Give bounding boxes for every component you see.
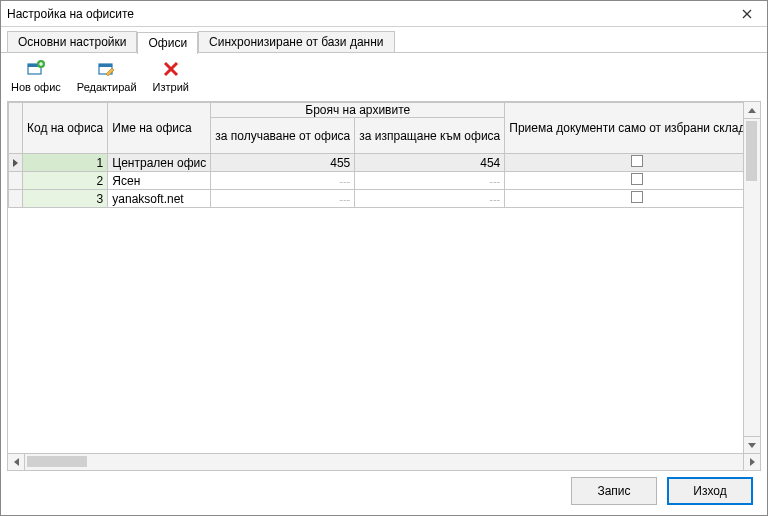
tab-sync[interactable]: Синхронизиране от бази данни (198, 31, 394, 53)
titlebar: Настройка на офисите (1, 1, 767, 27)
cell-send[interactable]: 454 (355, 154, 505, 172)
col-accept[interactable]: Приема документи само от избрани складов… (505, 103, 760, 154)
row-indicator-icon (13, 159, 18, 167)
scroll-thumb[interactable] (746, 121, 757, 181)
checkbox[interactable] (631, 191, 643, 203)
row-indicator-cell (9, 154, 23, 172)
grid-viewport: Код на офиса Име на офиса Брояч на архив… (8, 102, 760, 453)
toolbar-label: Нов офис (11, 81, 61, 93)
close-button[interactable] (733, 4, 761, 24)
grid: Код на офиса Име на офиса Брояч на архив… (7, 101, 761, 471)
col-recv[interactable]: за получаване от офиса (211, 118, 355, 154)
new-office-button[interactable]: Нов офис (11, 59, 61, 93)
chevron-down-icon (748, 443, 756, 448)
cell-recv[interactable]: --- (211, 172, 355, 190)
cell-accept[interactable] (505, 154, 760, 172)
toolbar-label: Редактирай (77, 81, 137, 93)
window: Настройка на офисите Основни настройки О… (0, 0, 768, 516)
footer: Запис Изход (1, 477, 767, 515)
chevron-right-icon (750, 458, 755, 466)
cell-recv[interactable]: 455 (211, 154, 355, 172)
tab-offices[interactable]: Офиси (137, 32, 198, 54)
vertical-scrollbar[interactable] (743, 102, 760, 453)
scroll-track[interactable] (25, 454, 743, 470)
save-button[interactable]: Запис (571, 477, 657, 505)
tab-label: Основни настройки (18, 35, 126, 49)
delete-icon (161, 59, 181, 79)
row-indicator-cell (9, 172, 23, 190)
new-office-icon (26, 59, 46, 79)
cell-name[interactable]: Ясен (108, 172, 211, 190)
cell-recv[interactable]: --- (211, 190, 355, 208)
scroll-thumb[interactable] (27, 456, 87, 467)
horizontal-scrollbar[interactable] (8, 453, 760, 470)
row-indicator-cell (9, 190, 23, 208)
cell-code[interactable]: 1 (23, 154, 108, 172)
table-row[interactable]: 3yanaksoft.net------ (9, 190, 761, 208)
table-row[interactable]: 2Ясен------ (9, 172, 761, 190)
edit-icon (97, 59, 117, 79)
scroll-left-button[interactable] (8, 454, 25, 470)
edit-office-button[interactable]: Редактирай (77, 59, 137, 93)
col-archive-group[interactable]: Брояч на архивите (211, 103, 505, 118)
cell-send[interactable]: --- (355, 190, 505, 208)
col-rowheader (9, 103, 23, 154)
col-name[interactable]: Име на офиса (108, 103, 211, 154)
scroll-down-button[interactable] (744, 436, 760, 453)
cell-accept[interactable] (505, 172, 760, 190)
scroll-track[interactable] (744, 119, 760, 436)
table-row[interactable]: 1Централен офис455454 (9, 154, 761, 172)
col-code[interactable]: Код на офиса (23, 103, 108, 154)
cell-send[interactable]: --- (355, 172, 505, 190)
scroll-up-button[interactable] (744, 102, 760, 119)
window-title: Настройка на офисите (7, 7, 733, 21)
svg-rect-8 (99, 64, 112, 67)
button-label: Запис (597, 484, 630, 498)
cell-code[interactable]: 3 (23, 190, 108, 208)
toolbar-label: Изтрий (153, 81, 189, 93)
col-send[interactable]: за изпращане към офиса (355, 118, 505, 154)
cell-accept[interactable] (505, 190, 760, 208)
chevron-up-icon (748, 108, 756, 113)
exit-button[interactable]: Изход (667, 477, 753, 505)
toolbar: Нов офис Редактирай Изтрий (1, 53, 767, 101)
offices-table: Код на офиса Име на офиса Брояч на архив… (8, 102, 760, 208)
tab-main-settings[interactable]: Основни настройки (7, 31, 137, 53)
tab-strip: Основни настройки Офиси Синхронизиране о… (1, 27, 767, 53)
tab-label: Офиси (148, 36, 187, 50)
cell-name[interactable]: yanaksoft.net (108, 190, 211, 208)
scroll-right-button[interactable] (743, 454, 760, 470)
button-label: Изход (693, 484, 726, 498)
delete-office-button[interactable]: Изтрий (153, 59, 189, 93)
checkbox[interactable] (631, 173, 643, 185)
tab-label: Синхронизиране от бази данни (209, 35, 383, 49)
chevron-left-icon (14, 458, 19, 466)
close-icon (742, 9, 752, 19)
cell-code[interactable]: 2 (23, 172, 108, 190)
checkbox[interactable] (631, 155, 643, 167)
cell-name[interactable]: Централен офис (108, 154, 211, 172)
